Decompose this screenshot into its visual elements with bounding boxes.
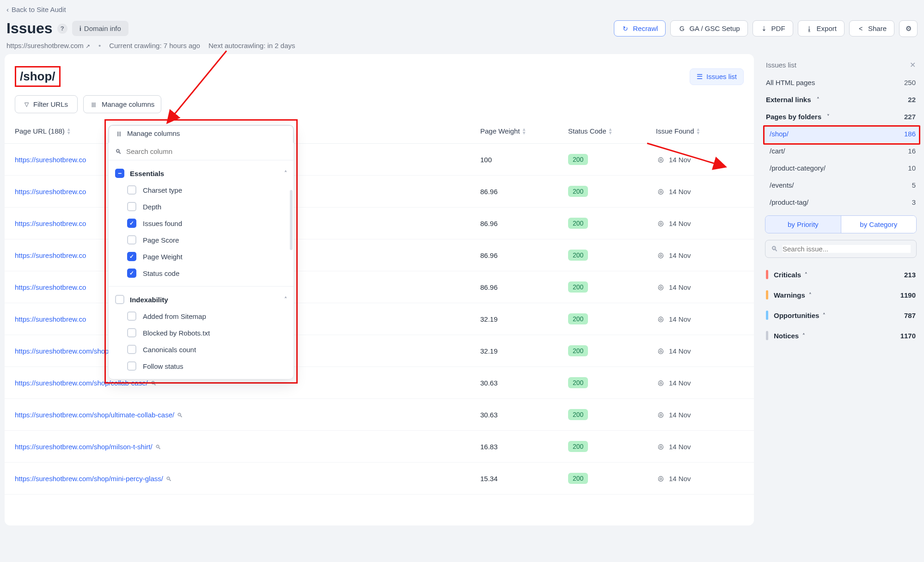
recrawl-button[interactable]: ↻ Recrawl xyxy=(614,20,666,37)
page-url-link[interactable]: https://sureshotbrew.com/shop/milson-t-s… xyxy=(15,443,153,451)
checkbox[interactable] xyxy=(127,345,136,354)
folder-label: /shop/ xyxy=(770,130,789,138)
sort-icon: ▲▼ xyxy=(522,128,526,135)
page-weight: 30.63 xyxy=(480,379,568,387)
magnify-icon[interactable]: 🔍︎ xyxy=(155,444,161,451)
sp-external[interactable]: External links˄ 22 xyxy=(762,91,919,108)
cm-item[interactable]: Page Score xyxy=(109,232,294,248)
search-issue[interactable]: 🔍︎ xyxy=(765,240,917,258)
issues-list-button[interactable]: ☰ Issues list xyxy=(690,68,744,85)
col-issue-label: Issue Found xyxy=(656,127,694,135)
manage-columns-button[interactable]: ⫼ Manage columns xyxy=(83,95,161,113)
checkbox[interactable] xyxy=(127,185,136,195)
checkbox-checked[interactable]: ✓ xyxy=(127,252,136,261)
cm-item-label: Status code xyxy=(143,269,179,277)
cm-group-label: Essentials xyxy=(130,170,164,177)
magnify-icon[interactable]: 🔍︎ xyxy=(151,380,157,387)
status-code: 200 xyxy=(568,441,588,452)
target-icon: ◎ xyxy=(656,378,665,387)
filter-urls-button[interactable]: ▽ Filter URLs xyxy=(15,95,78,113)
col-issue[interactable]: Issue Found▲▼ xyxy=(656,127,744,135)
checkbox-checked[interactable]: ✓ xyxy=(127,219,136,228)
cm-item[interactable]: Added from Sitemap xyxy=(109,308,294,324)
settings-button[interactable]: ⚙ xyxy=(899,20,918,37)
page-weight: 15.34 xyxy=(480,475,568,483)
magnify-icon[interactable]: 🔍︎ xyxy=(166,476,172,483)
page-url-link[interactable]: https://sureshotbrew.co xyxy=(15,283,86,291)
search-icon: 🔍︎ xyxy=(771,245,778,253)
severity-row[interactable]: Notices˄1170 xyxy=(762,325,919,346)
page-url-link[interactable]: https://sureshotbrew.co xyxy=(15,251,86,259)
severity-row[interactable]: Warnings˄1190 xyxy=(762,285,919,305)
seg-category[interactable]: by Category xyxy=(841,216,917,233)
checkbox[interactable] xyxy=(127,235,136,244)
checkbox[interactable] xyxy=(127,361,136,371)
page-url-link[interactable]: https://sureshotbrew.co xyxy=(15,156,86,164)
folder-item[interactable]: /shop/186 xyxy=(762,125,919,142)
domain-url[interactable]: https://sureshotbrew.com ↗ xyxy=(6,42,90,49)
cm-item[interactable]: ✓Status code xyxy=(109,265,294,281)
magnify-icon[interactable]: 🔍︎ xyxy=(177,412,183,419)
chevron-up-icon: ˄ xyxy=(802,333,805,339)
checkbox-checked[interactable]: ✓ xyxy=(127,269,136,278)
folder-item[interactable]: /product-tag/3 xyxy=(762,194,919,211)
google-icon: G xyxy=(678,25,685,32)
sp-pbf-value: 227 xyxy=(904,113,916,121)
page-url-link[interactable]: https://sureshotbrew.co xyxy=(15,315,86,323)
severity-count: 1170 xyxy=(900,332,916,340)
page-url-link[interactable]: https://sureshotbrew.co xyxy=(15,188,86,195)
cm-search-input[interactable] xyxy=(126,147,287,155)
cm-item[interactable]: ✓Page Weight xyxy=(109,248,294,265)
scrollbar-thumb[interactable] xyxy=(290,190,293,250)
domain-url-text: https://sureshotbrew.com xyxy=(6,42,84,49)
severity-row[interactable]: Opportunities˄787 xyxy=(762,305,919,325)
search-issue-input[interactable] xyxy=(783,245,911,253)
ga-gsc-button[interactable]: G GA / GSC Setup xyxy=(670,20,747,37)
search-icon: 🔍︎ xyxy=(115,148,122,155)
pdf-button[interactable]: ⇣ PDF xyxy=(753,20,793,37)
cm-search[interactable]: 🔍︎ xyxy=(109,143,294,160)
folder-item[interactable]: /product-category/10 xyxy=(762,159,919,177)
page-weight: 30.63 xyxy=(480,411,568,419)
page-url-link[interactable]: https://sureshotbrew.com/shop/collab-cas… xyxy=(15,379,148,387)
seg-priority[interactable]: by Priority xyxy=(765,216,841,233)
cm-item[interactable]: Blocked by Robots.txt xyxy=(109,324,294,341)
cm-item[interactable]: Canonicals count xyxy=(109,341,294,358)
cm-item[interactable]: Depth xyxy=(109,198,294,215)
folder-item[interactable]: /events/5 xyxy=(762,177,919,194)
share-button[interactable]: < Share xyxy=(849,20,894,37)
checkbox[interactable] xyxy=(127,328,136,337)
back-link[interactable]: ‹ Back to Site Audit xyxy=(6,6,66,13)
page-url-link[interactable]: https://sureshotbrew.com/shop/mini-percy… xyxy=(15,475,163,483)
status-code: 200 xyxy=(568,154,588,165)
cm-header[interactable]: ⫼ Manage columns xyxy=(109,125,294,143)
checkbox-indeterminate[interactable]: − xyxy=(115,169,124,178)
domain-info-chip[interactable]: i Domain info xyxy=(72,21,129,36)
sp-all-html[interactable]: All HTML pages 250 xyxy=(762,74,919,91)
col-status[interactable]: Status Code▲▼ xyxy=(568,127,656,135)
page-url-link[interactable]: https://sureshotbrew.com/shop/ultimate-c… xyxy=(15,411,174,419)
close-icon[interactable]: ✕ xyxy=(910,61,916,69)
col-weight[interactable]: Page Weight▲▼ xyxy=(480,127,568,135)
checkbox[interactable] xyxy=(115,295,124,304)
checkbox[interactable] xyxy=(127,312,136,321)
checkbox[interactable] xyxy=(127,202,136,211)
severity-row[interactable]: Criticals˄213 xyxy=(762,264,919,285)
cm-item[interactable]: ✓Issues found xyxy=(109,215,294,232)
page-url-link[interactable]: https://sureshotbrew.co xyxy=(15,220,86,227)
sp-pages-by-folders[interactable]: Pages by folders˅ 227 xyxy=(762,108,919,125)
chevron-up-icon: ˄ xyxy=(823,312,826,318)
sort-icon: ▲▼ xyxy=(67,128,71,135)
folder-label: /events/ xyxy=(770,181,794,189)
cm-item[interactable]: Charset type xyxy=(109,182,294,198)
cm-group-header[interactable]: −Essentials˄ xyxy=(109,165,294,182)
cm-item-label: Canonicals count xyxy=(143,346,196,354)
cm-group-header[interactable]: Indexability˄ xyxy=(109,291,294,308)
folder-item[interactable]: /cart/16 xyxy=(762,142,919,159)
manage-columns-label: Manage columns xyxy=(102,100,154,108)
filter-urls-label: Filter URLs xyxy=(33,100,68,108)
export-button[interactable]: ⭳ Export xyxy=(798,20,844,37)
cm-item[interactable]: Follow status xyxy=(109,358,294,374)
help-icon[interactable]: ? xyxy=(57,24,67,34)
target-icon: ◎ xyxy=(656,282,665,292)
